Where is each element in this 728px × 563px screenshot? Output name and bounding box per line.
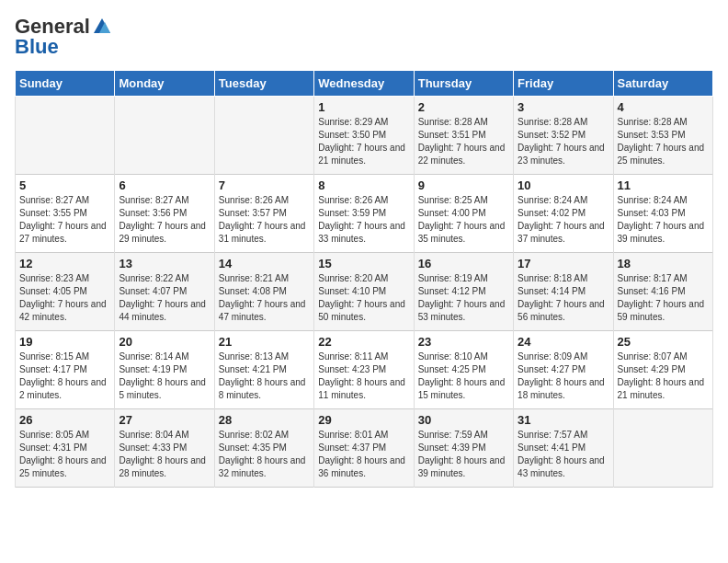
calendar-cell: 27Sunrise: 8:04 AM Sunset: 4:33 PM Dayli… (115, 409, 214, 488)
cell-content: Sunrise: 8:17 AM Sunset: 4:16 PM Dayligh… (618, 272, 709, 324)
day-number: 14 (219, 257, 310, 270)
day-number: 16 (418, 257, 509, 270)
calendar-week-5: 26Sunrise: 8:05 AM Sunset: 4:31 PM Dayli… (16, 409, 713, 488)
calendar-cell: 15Sunrise: 8:20 AM Sunset: 4:10 PM Dayli… (314, 253, 414, 331)
cell-content: Sunrise: 7:57 AM Sunset: 4:41 PM Dayligh… (518, 429, 609, 480)
calendar-cell: 2Sunrise: 8:28 AM Sunset: 3:51 PM Daylig… (414, 97, 513, 175)
calendar-cell: 19Sunrise: 8:15 AM Sunset: 4:17 PM Dayli… (16, 331, 115, 409)
calendar-cell: 31Sunrise: 7:57 AM Sunset: 4:41 PM Dayli… (514, 409, 613, 488)
calendar-week-3: 12Sunrise: 8:23 AM Sunset: 4:05 PM Dayli… (16, 253, 713, 331)
calendar-cell: 23Sunrise: 8:10 AM Sunset: 4:25 PM Dayli… (414, 331, 513, 409)
cell-content: Sunrise: 8:07 AM Sunset: 4:29 PM Dayligh… (618, 350, 709, 402)
cell-content: Sunrise: 8:15 AM Sunset: 4:17 PM Dayligh… (19, 350, 110, 402)
calendar-cell: 22Sunrise: 8:11 AM Sunset: 4:23 PM Dayli… (314, 331, 414, 409)
cell-content: Sunrise: 8:10 AM Sunset: 4:25 PM Dayligh… (418, 350, 509, 402)
cell-content: Sunrise: 8:05 AM Sunset: 4:31 PM Dayligh… (19, 429, 110, 480)
day-number: 29 (318, 413, 409, 427)
day-number: 21 (219, 335, 310, 349)
calendar-cell: 7Sunrise: 8:26 AM Sunset: 3:57 PM Daylig… (214, 175, 313, 253)
calendar-cell: 9Sunrise: 8:25 AM Sunset: 4:00 PM Daylig… (414, 175, 513, 253)
cell-content: Sunrise: 8:13 AM Sunset: 4:21 PM Dayligh… (219, 350, 310, 402)
day-number: 11 (618, 178, 709, 192)
day-number: 24 (518, 335, 609, 349)
cell-content: Sunrise: 8:20 AM Sunset: 4:10 PM Dayligh… (318, 272, 409, 324)
day-number: 9 (418, 178, 509, 192)
day-header-sunday: Sunday (16, 71, 115, 97)
cell-content: Sunrise: 8:28 AM Sunset: 3:53 PM Dayligh… (618, 116, 709, 167)
day-number: 3 (518, 100, 609, 114)
cell-content: Sunrise: 8:28 AM Sunset: 3:52 PM Dayligh… (518, 116, 609, 167)
day-number: 19 (19, 335, 110, 349)
calendar-header-row: SundayMondayTuesdayWednesdayThursdayFrid… (16, 71, 713, 97)
day-number: 10 (518, 178, 609, 192)
logo-blue-text: Blue (15, 35, 59, 59)
cell-content: Sunrise: 8:27 AM Sunset: 3:56 PM Dayligh… (119, 194, 210, 246)
calendar-cell: 12Sunrise: 8:23 AM Sunset: 4:05 PM Dayli… (16, 253, 115, 331)
calendar-cell: 20Sunrise: 8:14 AM Sunset: 4:19 PM Dayli… (115, 331, 214, 409)
cell-content: Sunrise: 8:02 AM Sunset: 4:35 PM Dayligh… (219, 429, 310, 480)
cell-content: Sunrise: 8:22 AM Sunset: 4:07 PM Dayligh… (119, 272, 210, 324)
calendar-cell (115, 97, 214, 175)
day-header-monday: Monday (115, 71, 214, 97)
calendar-cell: 11Sunrise: 8:24 AM Sunset: 4:03 PM Dayli… (613, 175, 712, 253)
cell-content: Sunrise: 8:25 AM Sunset: 4:00 PM Dayligh… (418, 194, 509, 246)
calendar-cell: 5Sunrise: 8:27 AM Sunset: 3:55 PM Daylig… (16, 175, 115, 253)
cell-content: Sunrise: 7:59 AM Sunset: 4:39 PM Dayligh… (418, 429, 509, 480)
calendar-week-4: 19Sunrise: 8:15 AM Sunset: 4:17 PM Dayli… (16, 331, 713, 409)
calendar-cell: 6Sunrise: 8:27 AM Sunset: 3:56 PM Daylig… (115, 175, 214, 253)
day-number: 27 (119, 413, 210, 427)
day-number: 4 (618, 100, 709, 114)
cell-content: Sunrise: 8:09 AM Sunset: 4:27 PM Dayligh… (518, 350, 609, 402)
calendar-cell: 16Sunrise: 8:19 AM Sunset: 4:12 PM Dayli… (414, 253, 513, 331)
calendar-cell: 24Sunrise: 8:09 AM Sunset: 4:27 PM Dayli… (514, 331, 613, 409)
day-header-friday: Friday (514, 71, 613, 97)
day-number: 7 (219, 178, 310, 192)
cell-content: Sunrise: 8:19 AM Sunset: 4:12 PM Dayligh… (418, 272, 509, 324)
day-number: 31 (518, 413, 609, 427)
calendar-cell: 18Sunrise: 8:17 AM Sunset: 4:16 PM Dayli… (613, 253, 712, 331)
cell-content: Sunrise: 8:11 AM Sunset: 4:23 PM Dayligh… (318, 350, 409, 402)
cell-content: Sunrise: 8:18 AM Sunset: 4:14 PM Dayligh… (518, 272, 609, 324)
calendar-cell: 28Sunrise: 8:02 AM Sunset: 4:35 PM Dayli… (214, 409, 313, 488)
logo: General Blue (15, 15, 112, 59)
calendar-cell: 13Sunrise: 8:22 AM Sunset: 4:07 PM Dayli… (115, 253, 214, 331)
day-number: 2 (418, 100, 509, 114)
day-number: 25 (618, 335, 709, 349)
calendar-week-1: 1Sunrise: 8:29 AM Sunset: 3:50 PM Daylig… (16, 97, 713, 175)
cell-content: Sunrise: 8:23 AM Sunset: 4:05 PM Dayligh… (19, 272, 110, 324)
calendar-cell: 8Sunrise: 8:26 AM Sunset: 3:59 PM Daylig… (314, 175, 414, 253)
calendar-cell (16, 97, 115, 175)
calendar-cell: 21Sunrise: 8:13 AM Sunset: 4:21 PM Dayli… (214, 331, 313, 409)
calendar-cell: 3Sunrise: 8:28 AM Sunset: 3:52 PM Daylig… (514, 97, 613, 175)
day-header-thursday: Thursday (414, 71, 513, 97)
logo-icon (92, 17, 112, 37)
day-number: 8 (318, 178, 409, 192)
header: General Blue (15, 15, 713, 59)
day-number: 18 (618, 257, 709, 270)
day-number: 6 (119, 178, 210, 192)
calendar-week-2: 5Sunrise: 8:27 AM Sunset: 3:55 PM Daylig… (16, 175, 713, 253)
day-number: 5 (19, 178, 110, 192)
day-header-wednesday: Wednesday (314, 71, 414, 97)
cell-content: Sunrise: 8:21 AM Sunset: 4:08 PM Dayligh… (219, 272, 310, 324)
day-number: 30 (418, 413, 509, 427)
day-number: 23 (418, 335, 509, 349)
calendar-cell: 25Sunrise: 8:07 AM Sunset: 4:29 PM Dayli… (613, 331, 712, 409)
day-number: 26 (19, 413, 110, 427)
cell-content: Sunrise: 8:29 AM Sunset: 3:50 PM Dayligh… (318, 116, 409, 167)
calendar-cell: 30Sunrise: 7:59 AM Sunset: 4:39 PM Dayli… (414, 409, 513, 488)
calendar-table: SundayMondayTuesdayWednesdayThursdayFrid… (15, 70, 713, 488)
day-number: 1 (318, 100, 409, 114)
calendar-cell: 17Sunrise: 8:18 AM Sunset: 4:14 PM Dayli… (514, 253, 613, 331)
day-number: 15 (318, 257, 409, 270)
calendar-cell: 26Sunrise: 8:05 AM Sunset: 4:31 PM Dayli… (16, 409, 115, 488)
calendar-cell: 14Sunrise: 8:21 AM Sunset: 4:08 PM Dayli… (214, 253, 313, 331)
day-number: 17 (518, 257, 609, 270)
cell-content: Sunrise: 8:01 AM Sunset: 4:37 PM Dayligh… (318, 429, 409, 480)
cell-content: Sunrise: 8:14 AM Sunset: 4:19 PM Dayligh… (119, 350, 210, 402)
calendar-cell: 29Sunrise: 8:01 AM Sunset: 4:37 PM Dayli… (314, 409, 414, 488)
day-number: 28 (219, 413, 310, 427)
day-number: 22 (318, 335, 409, 349)
cell-content: Sunrise: 8:27 AM Sunset: 3:55 PM Dayligh… (19, 194, 110, 246)
cell-content: Sunrise: 8:26 AM Sunset: 3:57 PM Dayligh… (219, 194, 310, 246)
